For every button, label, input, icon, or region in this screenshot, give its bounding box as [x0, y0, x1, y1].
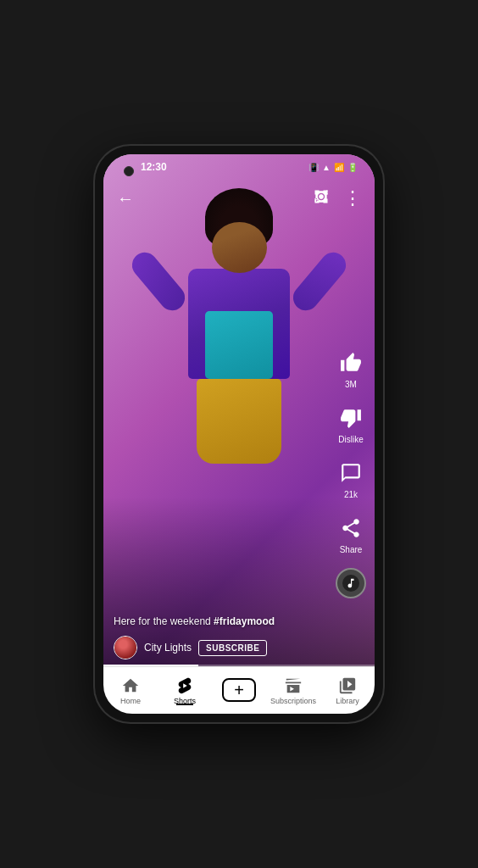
nav-item-shorts[interactable]: Shorts — [158, 676, 212, 705]
action-buttons: 3M Dislike — [336, 348, 366, 598]
status-time: 12:30 — [141, 161, 167, 173]
channel-avatar[interactable] — [114, 636, 137, 659]
signal-icon: 📶 — [334, 163, 344, 172]
top-bar: ← ⋮ — [103, 180, 375, 217]
music-disc — [336, 568, 366, 598]
phone-frame: 12:30 📳 ▲ 📶 🔋 ← ⋮ — [95, 146, 383, 722]
camera-notch — [124, 166, 134, 176]
share-label: Share — [340, 545, 363, 554]
bottom-nav: Home Shorts + — [103, 666, 375, 714]
camera-icon[interactable] — [313, 188, 330, 209]
dislike-icon — [336, 403, 366, 433]
home-icon — [121, 676, 140, 695]
library-icon — [338, 676, 357, 695]
nav-item-subscriptions[interactable]: Subscriptions — [266, 676, 320, 705]
top-bar-left: ← — [117, 189, 134, 209]
like-count: 3M — [345, 380, 357, 389]
like-button[interactable]: 3M — [336, 348, 366, 389]
nav-label-subscriptions: Subscriptions — [270, 697, 316, 705]
comment-icon — [336, 458, 366, 488]
like-icon — [336, 348, 366, 378]
video-area[interactable]: 3M Dislike — [103, 154, 375, 666]
phone-screen: 12:30 📳 ▲ 📶 🔋 ← ⋮ — [103, 154, 375, 714]
progress-fill — [103, 665, 198, 666]
top-bar-right: ⋮ — [313, 187, 361, 209]
status-bar: 12:30 📳 ▲ 📶 🔋 — [103, 154, 375, 180]
nav-item-create[interactable]: + — [212, 681, 266, 701]
person-figure — [171, 180, 307, 468]
nav-item-library[interactable]: Library — [320, 676, 375, 705]
video-info: Here for the weekend #fridaymood City Li… — [114, 615, 324, 659]
music-button[interactable] — [336, 568, 366, 598]
subscriptions-icon — [284, 676, 303, 695]
nav-item-home[interactable]: Home — [103, 676, 158, 705]
channel-row: City Lights SUBSCRIBE — [114, 636, 324, 659]
back-button[interactable]: ← — [117, 189, 134, 209]
video-caption: Here for the weekend #fridaymood — [114, 615, 324, 629]
status-icons: 📳 ▲ 📶 🔋 — [308, 163, 358, 172]
comment-button[interactable]: 21k — [336, 458, 366, 499]
subscribe-button[interactable]: SUBSCRIBE — [198, 640, 267, 656]
wifi-icon: ▲ — [322, 163, 331, 172]
caption-text: Here for the weekend — [114, 615, 214, 627]
vibrate-icon: 📳 — [308, 163, 319, 172]
caption-hashtag: #fridaymood — [214, 615, 275, 627]
dislike-label: Dislike — [338, 435, 363, 444]
shorts-icon — [175, 676, 194, 695]
comment-count: 21k — [344, 490, 358, 499]
create-icon: + — [222, 681, 256, 699]
channel-name[interactable]: City Lights — [144, 642, 192, 654]
nav-label-library: Library — [336, 697, 359, 705]
nav-label-home: Home — [120, 697, 141, 705]
nav-underline — [176, 704, 193, 705]
share-icon — [336, 513, 366, 543]
dislike-button[interactable]: Dislike — [336, 403, 366, 444]
progress-bar[interactable] — [103, 665, 375, 666]
avatar-image — [114, 637, 136, 659]
more-options-icon[interactable]: ⋮ — [343, 187, 361, 209]
share-button[interactable]: Share — [336, 513, 366, 554]
svg-point-0 — [320, 194, 324, 198]
battery-icon: 🔋 — [347, 163, 358, 172]
